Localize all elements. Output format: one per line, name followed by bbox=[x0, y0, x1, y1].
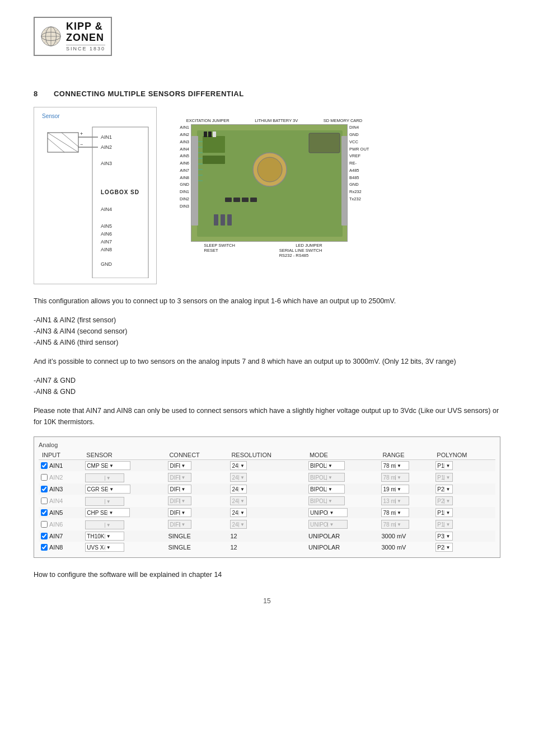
resolution-select[interactable]: 24▼ bbox=[230, 508, 247, 517]
mode-cell: UNIPOLAR bbox=[306, 530, 379, 542]
connect-select[interactable]: DIFF▼ bbox=[168, 485, 191, 494]
resolution-cell: 12 bbox=[228, 530, 306, 542]
paragraph-4: -AIN7 & GND -AIN8 & GND bbox=[34, 375, 500, 397]
checkbox-ain1[interactable] bbox=[41, 462, 48, 469]
mode-select[interactable]: UNIPOLAR▼ bbox=[308, 508, 348, 517]
input-cell-ain2: AIN2 bbox=[39, 471, 83, 483]
svg-text:AIN1: AIN1 bbox=[101, 134, 112, 140]
input-cell-ain1: AIN1 bbox=[39, 460, 83, 472]
connect-select: DIFF▼ bbox=[168, 520, 191, 529]
input-cell-ain5: AIN5 bbox=[39, 507, 83, 518]
sensor-select-ain1[interactable]: CMP SERIES▼ bbox=[85, 461, 130, 470]
range-cell: 3000 mV bbox=[379, 530, 433, 542]
brand-name: KIPP & bbox=[66, 21, 105, 32]
col-header-connect: CONNECT bbox=[166, 450, 228, 460]
polynom-select: P1▼ bbox=[435, 520, 453, 529]
table-row: AIN2▼DIFF▼24▼BIPOLAR▼78 mV▼P1▼ bbox=[39, 471, 495, 483]
checkbox-ain4[interactable] bbox=[41, 497, 48, 504]
since-label: SINCE 1830 bbox=[66, 45, 105, 52]
mode-cell: UNIPOLAR bbox=[306, 542, 379, 553]
brand-name2: ZONEN bbox=[66, 32, 105, 44]
polynom-cell: P2▼ bbox=[433, 495, 495, 507]
range-select[interactable]: 19 mV▼ bbox=[381, 485, 409, 494]
input-cell-ain3: AIN3 bbox=[39, 483, 83, 495]
mode-select[interactable]: BIPOLAR▼ bbox=[308, 461, 345, 470]
connect-select[interactable]: DIFF▼ bbox=[168, 508, 191, 517]
connect-cell: SINGLE bbox=[166, 542, 228, 553]
mode-select: UNIPOLAR▼ bbox=[308, 520, 348, 529]
svg-line-11 bbox=[48, 138, 64, 152]
reset-label: RESET bbox=[204, 248, 218, 258]
polynom-select[interactable]: P2▼ bbox=[435, 543, 453, 552]
resolution-cell: 24▼ bbox=[228, 495, 306, 507]
mode-cell: BIPOLAR▼ bbox=[306, 483, 379, 495]
mode-cell: UNIPOLAR▼ bbox=[306, 518, 379, 530]
polynom-select[interactable]: P1▼ bbox=[435, 461, 453, 470]
header: KIPP & ZONEN SINCE 1830 bbox=[34, 17, 500, 56]
table-row: AIN8UVS X-T▼SINGLE12UNIPOLAR3000 mVP2▼ bbox=[39, 542, 495, 553]
svg-rect-43 bbox=[227, 214, 232, 226]
col-header-polynom: POLYNOM bbox=[433, 450, 495, 460]
sensor-select-ain3[interactable]: CGR SERIES▼ bbox=[85, 485, 130, 494]
connect-select[interactable]: DIFF▼ bbox=[168, 461, 191, 470]
checkbox-ain7[interactable] bbox=[41, 533, 48, 539]
section-title: CONNECTING MULTIPLE SENSORS DIFFERENTIAL bbox=[54, 90, 244, 98]
analog-table: INPUT SENSOR CONNECT RESOLUTION MODE RAN… bbox=[39, 450, 495, 553]
pcb-top-labels: EXCITATION JUMPER LITHIUM BATTERY 3V SD … bbox=[174, 118, 375, 123]
table-row: AIN7TH10K 7-9▼SINGLE12UNIPOLAR3000 mVP3▼ bbox=[39, 530, 495, 542]
checkbox-ain5[interactable] bbox=[41, 509, 48, 516]
table-row: AIN4▼DIFF▼24▼BIPOLAR▼13 mV▼P2▼ bbox=[39, 495, 495, 507]
led-jumper-label: LED JUMPER bbox=[296, 243, 322, 248]
polynom-select[interactable]: P3▼ bbox=[435, 532, 453, 541]
table-row: AIN6▼DIFF▼24▼UNIPOLAR▼78 mV▼P1▼ bbox=[39, 518, 495, 530]
resolution-select[interactable]: 24▼ bbox=[230, 461, 247, 470]
pcb-wrapper: EXCITATION JUMPER LITHIUM BATTERY 3V SD … bbox=[174, 118, 375, 258]
svg-rect-40 bbox=[250, 198, 257, 202]
sd-memory-label: SD MEMORY CARD bbox=[324, 118, 362, 123]
pcb-left-labels: AIN1 AIN2 AIN3 AIN4 AIN5 AIN6 AIN7 AIN8 … bbox=[174, 124, 189, 210]
svg-text:+: + bbox=[80, 131, 83, 137]
sensor-select-ain8[interactable]: UVS X-T▼ bbox=[85, 543, 124, 552]
sensor-cell: CHP SERIES▼ bbox=[83, 507, 166, 518]
checkbox-ain3[interactable] bbox=[41, 486, 48, 492]
table-row: AIN5CHP SERIES▼DIFF▼24▼UNIPOLAR▼78 mV▼P1… bbox=[39, 507, 495, 518]
sensor-label: Sensor bbox=[42, 113, 148, 119]
logo-text: KIPP & ZONEN SINCE 1830 bbox=[66, 21, 105, 51]
svg-rect-30 bbox=[203, 136, 225, 153]
mode-cell: UNIPOLAR▼ bbox=[306, 507, 379, 518]
polynom-cell: P2▼ bbox=[433, 542, 495, 553]
ain56-line: -AIN5 & AIN6 (third sensor) bbox=[34, 337, 500, 348]
svg-rect-52 bbox=[204, 132, 207, 137]
ain7-gnd-line: -AIN7 & GND bbox=[34, 375, 500, 386]
polynom-select[interactable]: P2▼ bbox=[435, 485, 453, 494]
resolution-cell: 24▼ bbox=[228, 507, 306, 518]
svg-line-12 bbox=[62, 133, 78, 147]
section-number: 8 bbox=[34, 90, 38, 98]
pcb-right-labels: DIN4 GND VCC PWR OUT VREF RE- A485 B485 … bbox=[349, 124, 372, 203]
svg-line-10 bbox=[48, 133, 78, 152]
checkbox-ain6[interactable] bbox=[41, 521, 48, 528]
sensor-select-ain7[interactable]: TH10K 7-9▼ bbox=[85, 532, 124, 541]
polynom-select: P2▼ bbox=[435, 496, 453, 505]
range-select[interactable]: 78 mV▼ bbox=[381, 461, 409, 470]
analog-table-container: Analog INPUT SENSOR CONNECT RESOLUTION M… bbox=[34, 436, 500, 558]
resolution-select[interactable]: 24▼ bbox=[230, 485, 247, 494]
mode-select[interactable]: BIPOLAR▼ bbox=[308, 485, 345, 494]
polynom-cell: P1▼ bbox=[433, 460, 495, 472]
mode-cell: BIPOLAR▼ bbox=[306, 495, 379, 507]
polynom-select: P1▼ bbox=[435, 473, 453, 482]
col-header-range: RANGE bbox=[379, 450, 433, 460]
logo-box: KIPP & ZONEN SINCE 1830 bbox=[34, 17, 112, 56]
polynom-select[interactable]: P1▼ bbox=[435, 508, 453, 517]
footer-paragraph: How to configure the software will be ex… bbox=[34, 569, 500, 580]
checkbox-ain2[interactable] bbox=[41, 474, 48, 481]
sensor-select-ain5[interactable]: CHP SERIES▼ bbox=[85, 508, 129, 517]
pcb-image bbox=[191, 124, 348, 242]
serial-line-switch-label: SERIAL LINE SWITCHRS232 - RS485 bbox=[279, 248, 322, 258]
range-cell: 19 mV▼ bbox=[379, 483, 433, 495]
range-select[interactable]: 78 mV▼ bbox=[381, 508, 409, 517]
resolution-select: 24▼ bbox=[230, 473, 247, 482]
checkbox-ain8[interactable] bbox=[41, 544, 48, 551]
polynom-cell: P1▼ bbox=[433, 471, 495, 483]
svg-text:LOGBOX SD: LOGBOX SD bbox=[101, 189, 139, 195]
